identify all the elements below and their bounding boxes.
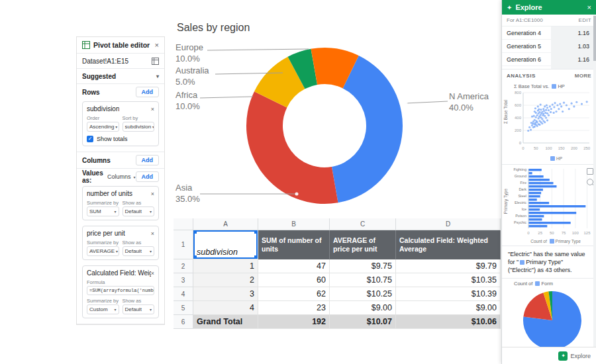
explore-button-label: Explore [570, 353, 591, 359]
column-header-c[interactable]: C [330, 218, 396, 230]
formula-input[interactable]: =SUM(arrayformula('number of units'*'pri… [87, 286, 154, 295]
row-header-4[interactable]: 4 [174, 287, 193, 301]
dropdown-caret-icon: ▾ [114, 209, 116, 214]
dropdown-caret-icon: ▾ [150, 209, 152, 214]
pie-chart-card[interactable]: Count of Form [502, 278, 596, 352]
suggested-row[interactable]: Suggested ▾ [77, 68, 164, 83]
sortby-value: subdivision [125, 124, 152, 130]
cell-a4[interactable]: 3 [193, 287, 258, 301]
cell-c2[interactable]: $9.75 [330, 259, 396, 273]
row-header-5[interactable]: 5 [174, 301, 193, 315]
svg-text:Psychic: Psychic [514, 220, 526, 224]
cell-d2[interactable]: $9.79 [396, 259, 501, 273]
add-columns-button[interactable]: Add [136, 155, 160, 165]
cell-a3[interactable]: 2 [193, 273, 258, 287]
row-header-1[interactable]: 1 [174, 230, 193, 259]
selection-handle[interactable] [254, 255, 258, 259]
zoom-icon[interactable] [587, 179, 593, 185]
svg-text:0: 0 [527, 231, 530, 235]
sortby-select[interactable]: subdivision ▾ [123, 122, 155, 132]
show-totals-checkbox[interactable]: ✓ [87, 136, 93, 142]
cell-d4[interactable]: $10.39 [396, 287, 501, 301]
cell-a6-grand-total[interactable]: Grand Total [193, 315, 258, 329]
scatter-chart-card[interactable]: Σ Base Total vs. HP Σ Base Total 0200400… [502, 81, 596, 163]
donut-chart[interactable] [169, 17, 503, 215]
pivot-chart-card: Sales by region Europe 10.0% Australia 5… [169, 17, 503, 215]
cell-c3[interactable]: $10.75 [330, 273, 396, 287]
slice-name: N America [449, 91, 489, 102]
row-field-card-subdivision: subdivision × Order Ascending ▾ Sort by … [82, 101, 159, 146]
remove-value-field-icon[interactable]: × [151, 191, 154, 197]
preview-row[interactable]: Generation 5 1.03 [502, 40, 596, 53]
cell-c1[interactable]: AVERAGE of price per unit [330, 230, 396, 259]
cell-d1[interactable]: Calculated Field: Weighted Average [396, 230, 501, 259]
cell-d5[interactable]: $9.00 [396, 301, 501, 315]
cell-a1-selected[interactable]: subdivision [193, 230, 258, 259]
cell-a5[interactable]: 4 [193, 301, 258, 315]
select-all-corner[interactable] [174, 218, 193, 230]
values-section-header: Values as: Columns ▾ Add [77, 168, 164, 185]
svg-text:200: 200 [571, 146, 578, 150]
values-as-select[interactable]: Columns ▾ [107, 173, 136, 180]
column-chip-icon [520, 260, 524, 265]
cell-c4[interactable]: $10.25 [330, 287, 396, 301]
summarize-by-label: Summarize by [87, 298, 119, 304]
select-data-range-icon[interactable] [152, 58, 159, 65]
cell-d6[interactable]: $10.06 [396, 315, 501, 329]
scrollbar[interactable] [593, 15, 596, 347]
svg-text:100: 100 [572, 231, 579, 235]
columns-label: Columns [82, 157, 111, 164]
column-header-d[interactable]: D [396, 218, 501, 230]
selection-handle[interactable] [254, 230, 258, 234]
cell-b2[interactable]: 47 [258, 259, 330, 273]
bar-chart-card[interactable]: Primary Type 0255075100125FightingGround… [502, 166, 596, 246]
show-as-select[interactable]: Default ▾ [123, 304, 155, 314]
preview-row[interactable]: Generation 4 1.16 [502, 26, 596, 40]
show-as-select[interactable]: Default ▾ [123, 246, 155, 256]
bar-chart[interactable]: 0255075100125FightingGroundFireDarkSteel… [509, 166, 593, 239]
cell-d3[interactable]: $10.35 [396, 273, 501, 287]
order-select[interactable]: Ascending ▾ [87, 122, 119, 132]
summarize-by-select[interactable]: Custom ▾ [87, 304, 119, 314]
summarize-by-select[interactable]: SUM ▾ [87, 206, 119, 216]
expand-icon[interactable] [587, 168, 593, 175]
remove-value-field-icon[interactable]: × [151, 230, 154, 237]
scrollbar-thumb[interactable] [593, 16, 596, 61]
cell-c5[interactable]: $9.00 [330, 301, 396, 315]
cell-b5[interactable]: 23 [258, 301, 330, 315]
explore-header: ✦ Explore × [502, 0, 596, 15]
column-header-a[interactable]: A [193, 218, 258, 230]
selection-handle[interactable] [193, 230, 197, 234]
explore-toggle-button[interactable]: ✦ Explore [558, 351, 591, 361]
column-chip-icon [535, 281, 540, 286]
pie-chart[interactable] [519, 289, 585, 352]
cell-a2[interactable]: 1 [193, 259, 258, 273]
summarize-by-select[interactable]: AVERAGE ▾ [87, 246, 119, 256]
cell-c6[interactable]: $10.07 [330, 315, 396, 329]
add-rows-button[interactable]: Add [136, 87, 160, 97]
row-header-2[interactable]: 2 [174, 259, 193, 273]
scatter-plot[interactable]: 0200400600800050100150200250 [509, 90, 593, 156]
insight-text: "Electric" has the same value for "Prima… [502, 246, 596, 278]
edit-range-button[interactable]: EDIT [579, 17, 591, 23]
close-icon[interactable]: × [155, 41, 159, 49]
show-as-select[interactable]: Default ▾ [123, 206, 155, 216]
remove-value-field-icon[interactable]: × [151, 270, 154, 277]
cell-b4[interactable]: 62 [258, 287, 330, 301]
more-button[interactable]: MORE [575, 73, 591, 79]
remove-row-field-icon[interactable]: × [151, 106, 154, 113]
preview-label: Generation 4 [502, 26, 551, 39]
svg-text:Electric: Electric [515, 201, 526, 205]
preview-row[interactable]: Generation 6 1.16 [502, 53, 596, 66]
explore-close-icon[interactable]: × [587, 3, 591, 11]
selection-handle[interactable] [193, 255, 197, 259]
pivot-range: Dataset!A1:E15 [82, 58, 128, 65]
pivot-editor-title: Pivot table editor [93, 41, 152, 49]
add-values-button[interactable]: Add [136, 171, 160, 182]
column-header-b[interactable]: B [258, 218, 330, 230]
row-header-6[interactable]: 6 [174, 315, 193, 329]
cell-b3[interactable]: 60 [258, 273, 330, 287]
row-header-3[interactable]: 3 [174, 273, 193, 287]
cell-b6[interactable]: 192 [258, 315, 330, 329]
cell-b1[interactable]: SUM of number of units [258, 230, 330, 259]
